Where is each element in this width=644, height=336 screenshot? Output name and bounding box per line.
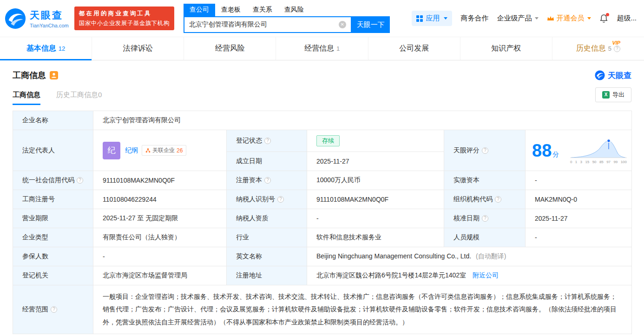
related-companies-tag[interactable]: 关联企业 26 (142, 145, 186, 156)
help-icon[interactable] (482, 215, 488, 222)
tab-legal-proceedings[interactable]: 法律诉讼 (92, 37, 184, 60)
tab-label: 公司发展 (399, 44, 429, 53)
nearby-companies-link[interactable]: 附近公司 (473, 271, 499, 279)
english-name-value: Beijing Ningchuang Management Consulting… (316, 252, 471, 260)
help-icon[interactable] (495, 196, 501, 203)
field-value: 110108046229244 (103, 196, 157, 203)
tab-history-info[interactable]: 历史信息 5 VIP (552, 37, 644, 60)
tab-business-info[interactable]: 经营信息 1 (276, 37, 368, 60)
help-icon[interactable] (51, 306, 57, 313)
field-value: 2025-11-27 至 无固定期限 (103, 214, 178, 222)
apps-label: 应用 (426, 14, 440, 23)
field-value: - (316, 215, 319, 222)
search-field (184, 16, 352, 33)
top-menu: 应用 商务合作 企业级产品 开通会员 超级... (412, 11, 637, 26)
top-bar: 天眼查 TianYanCha.com 都在用的商业查询工具 国家中小企业发展子基… (0, 0, 644, 37)
field-value: - (535, 177, 537, 184)
score-axis-ticks: 0131550859799100 (570, 160, 627, 164)
table-row: 登记机关 北京市海淀区市场监督管理局 注册地址 北京市海淀区魏公村路6号院1号楼… (13, 266, 632, 285)
search-button[interactable]: 天眼一下 (352, 16, 390, 33)
export-label: 导出 (612, 91, 624, 99)
subtab-bar: 工商信息 历史工商信息0 导出 (0, 86, 644, 105)
tianyancha-logo[interactable]: 天眼查 TianYanCha.com (5, 8, 69, 29)
status-badge: 存续 (316, 135, 340, 146)
legal-rep-link[interactable]: 纪纲 (125, 146, 138, 155)
field-label: 注册资本 (236, 176, 262, 184)
notification-bell[interactable] (599, 13, 608, 23)
menu-open-vip[interactable]: 开通会员 (547, 14, 591, 23)
export-button[interactable]: 导出 (595, 87, 631, 102)
tab-label: 经营风险 (215, 44, 245, 53)
promo-line2: 国家中小企业发展子基金旗下机构 (79, 19, 170, 28)
company-name-value: 北京宁创管理咨询有限公司 (103, 116, 181, 124)
field-value: 北京市海淀区市场监督管理局 (103, 271, 187, 279)
score-number: 88 (532, 141, 552, 160)
field-value: 有限责任公司（法人独资） (103, 233, 181, 241)
table-row: 企业名称 北京宁创管理咨询有限公司 (13, 111, 632, 130)
field-label: 英文名称 (236, 252, 262, 260)
search-tab-relation[interactable]: 查关系 (247, 4, 278, 16)
promo-badge: 都在用的商业查询工具 国家中小企业发展子基金旗下机构 (74, 7, 174, 30)
field-label: 营业期限 (22, 214, 48, 222)
tab-basic-info[interactable]: 基本信息 12 (0, 37, 92, 60)
vip-label: 开通会员 (556, 14, 584, 23)
vip-badge: VIP (612, 40, 620, 46)
help-icon[interactable] (77, 177, 83, 184)
search-input[interactable] (184, 21, 339, 28)
field-value: 91110108MAK2MN0Q0F (316, 196, 388, 203)
table-row: 统一社会信用代码 91110108MAK2MN0Q0F 注册资本 10000万人… (13, 171, 632, 190)
help-icon[interactable] (614, 46, 620, 52)
menu-business-cooperation[interactable]: 商务合作 (460, 14, 488, 23)
tab-company-development[interactable]: 公司发展 (368, 37, 460, 60)
field-value: 软件和信息技术服务业 (316, 233, 381, 241)
help-icon[interactable] (482, 147, 488, 154)
tab-operational-risk[interactable]: 经营风险 (184, 37, 276, 60)
chevron-down-icon (587, 17, 591, 20)
legal-rep-cell: 纪 纪纲 关联企业 26 (103, 142, 217, 159)
help-icon[interactable] (264, 177, 271, 184)
tab-label: 知识产权 (491, 44, 521, 53)
logo-title: 天眼查 (30, 9, 69, 22)
cooperation-label: 商务合作 (460, 14, 488, 23)
search-tabs: 查公司 查老板 查关系 查风险 (184, 4, 390, 16)
search-tab-company[interactable]: 查公司 (184, 4, 215, 16)
logo-subtitle: TianYanCha.com (30, 23, 69, 28)
field-label: 注册地址 (236, 271, 262, 279)
crown-icon (547, 15, 554, 21)
field-label: 行业 (236, 233, 249, 241)
field-label: 天眼评分 (453, 146, 480, 154)
menu-enterprise-products[interactable]: 企业级产品 (497, 14, 539, 23)
promo-line1: 都在用的商业查询工具 (79, 9, 170, 19)
business-registration-table: 企业名称 北京宁创管理咨询有限公司 法定代表人 纪 纪纲 关联企业 26 (13, 111, 632, 334)
field-value: 2025-11-27 (535, 215, 568, 222)
business-scope-value: 一般项目：企业管理咨询；技术服务、技术开发、技术咨询、技术交流、技术转让、技术推… (103, 293, 617, 326)
clear-icon[interactable] (339, 21, 346, 28)
apps-menu[interactable]: 应用 (412, 11, 452, 26)
enterprise-label: 企业级产品 (497, 14, 532, 23)
related-label: 关联企业 (152, 146, 175, 154)
score-chart: 0131550859799100 (570, 137, 627, 164)
tab-count: 1 (336, 45, 340, 52)
field-label: 核准日期 (453, 214, 480, 222)
brand-label: 天眼查 (608, 70, 631, 81)
person-icon[interactable] (50, 71, 58, 79)
help-icon[interactable] (277, 196, 284, 203)
tab-intellectual-property[interactable]: 知识产权 (460, 37, 552, 60)
field-value: 91110108MAK2MN0Q0F (103, 177, 175, 184)
subtab-history-business-info[interactable]: 历史工商信息0 (56, 91, 102, 105)
search-tab-risk[interactable]: 查风险 (278, 4, 310, 16)
legal-rep-avatar[interactable]: 纪 (103, 142, 120, 159)
help-icon[interactable] (264, 138, 271, 144)
tianyancha-logo-icon (595, 70, 605, 80)
field-label: 统一社会信用代码 (22, 176, 74, 184)
field-label: 成立日期 (236, 157, 262, 165)
search-tab-boss[interactable]: 查老板 (215, 4, 247, 16)
field-value: - (535, 234, 537, 241)
subtab-business-info[interactable]: 工商信息 (13, 91, 40, 105)
company-nav-tabs: 基本信息 12 法律诉讼 经营风险 经营信息 1 公司发展 知识产权 历史信息 … (0, 37, 644, 60)
user-account[interactable]: 超级... (617, 14, 637, 23)
table-row: 经营范围 一般项目：企业管理咨询；技术服务、技术开发、技术咨询、技术交流、技术转… (13, 285, 632, 334)
apps-grid-icon (416, 15, 423, 22)
tianyancha-logo-icon (5, 8, 26, 29)
table-row: 法定代表人 纪 纪纲 关联企业 26 登记状态 (13, 130, 632, 152)
